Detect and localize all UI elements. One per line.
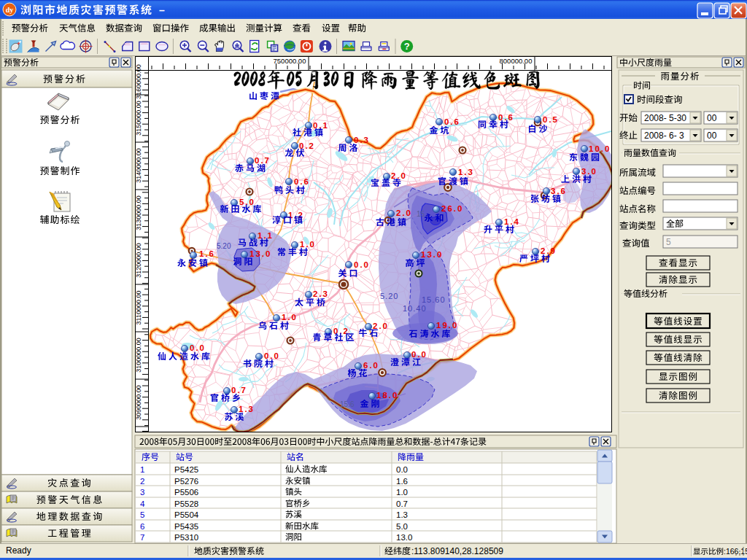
svg-text:5.0: 5.0 [396, 522, 408, 531]
svg-text:1.1: 1.1 [258, 231, 274, 240]
svg-text:2.0: 2.0 [373, 322, 389, 330]
svg-text:0.6: 0.6 [498, 113, 514, 122]
svg-text:2.9: 2.9 [541, 246, 557, 255]
svg-text:P5506: P5506 [174, 488, 198, 497]
svg-text:?: ? [404, 41, 410, 52]
svg-text:1.3: 1.3 [239, 405, 255, 413]
svg-text:1.0: 1.0 [396, 488, 408, 497]
svg-text:3140000.00: 3140000.00 [135, 148, 142, 183]
svg-text:5.0: 5.0 [239, 198, 255, 206]
svg-text:00: 00 [707, 113, 717, 123]
svg-text:15.6: 15.6 [340, 400, 355, 408]
svg-text:0.3: 0.3 [354, 136, 370, 144]
svg-text:dy: dy [6, 6, 14, 14]
svg-text:26.0: 26.0 [441, 204, 463, 213]
svg-text:2008- 6- 3: 2008- 6- 3 [644, 131, 684, 141]
svg-text:P5528: P5528 [174, 499, 198, 508]
svg-text:3100000.00: 3100000.00 [135, 338, 142, 373]
svg-text:P5435: P5435 [174, 522, 198, 531]
svg-text:800000.00: 800000.00 [500, 57, 533, 65]
svg-text:2: 2 [140, 477, 144, 486]
svg-text:0.0: 0.0 [190, 343, 206, 352]
svg-text:0.7: 0.7 [231, 386, 247, 394]
svg-text:4: 4 [140, 499, 145, 508]
svg-text:750000.00: 750000.00 [274, 57, 306, 65]
svg-text:6.0: 6.0 [363, 361, 379, 370]
svg-text:P5504: P5504 [174, 510, 199, 519]
svg-text:–: – [159, 4, 165, 16]
svg-text:5: 5 [140, 510, 144, 519]
svg-text:15.60: 15.60 [422, 295, 446, 304]
svg-text::113.809140,28.128509: :113.809140,28.128509 [411, 546, 503, 556]
svg-text:5: 5 [666, 237, 671, 247]
svg-text:2.3: 2.3 [313, 289, 329, 298]
svg-text:13.0: 13.0 [421, 250, 443, 259]
svg-text:3150000.00: 3150000.00 [135, 101, 142, 136]
svg-text:1.6: 1.6 [396, 477, 408, 486]
svg-text:P5276: P5276 [174, 477, 198, 486]
svg-text:2008- 5-30: 2008- 5-30 [644, 113, 686, 123]
svg-text:5.20: 5.20 [217, 242, 231, 250]
svg-text:15.: 15. [417, 210, 427, 218]
svg-text:Ready: Ready [6, 545, 31, 556]
svg-text:3160000.00: 3160000.00 [135, 64, 142, 99]
svg-text:6: 6 [140, 522, 144, 531]
svg-text:00: 00 [707, 131, 717, 141]
svg-text:13.0: 13.0 [396, 533, 412, 542]
svg-text:3.0: 3.0 [581, 167, 597, 176]
svg-text:P5310: P5310 [174, 533, 198, 542]
svg-text:0.0: 0.0 [264, 351, 280, 360]
svg-text:10.40: 10.40 [403, 304, 427, 313]
svg-text:0.5: 0.5 [543, 115, 559, 124]
svg-text:1: 1 [140, 465, 144, 474]
svg-text:7: 7 [140, 533, 144, 542]
svg-text:18.0: 18.0 [376, 391, 398, 400]
svg-text:1.3: 1.3 [458, 168, 474, 176]
svg-text:1.6: 1.6 [199, 249, 215, 258]
svg-text:0.7: 0.7 [396, 499, 408, 508]
svg-text:13.0: 13.0 [249, 249, 271, 258]
svg-text:0.7: 0.7 [255, 156, 271, 165]
svg-text:1.3: 1.3 [396, 510, 408, 519]
svg-text:3130000.00: 3130000.00 [135, 195, 142, 230]
svg-text:1.4: 1.4 [504, 217, 520, 226]
svg-text:10.0: 10.0 [589, 144, 611, 153]
svg-text:0.0: 0.0 [411, 350, 427, 359]
svg-text:1.0: 1.0 [300, 240, 316, 249]
svg-text:2.0: 2.0 [391, 171, 407, 180]
svg-text:3120000.00: 3120000.00 [135, 243, 142, 278]
svg-text:19.0: 19.0 [436, 321, 458, 330]
svg-text:0.0: 0.0 [354, 260, 370, 269]
svg-text:0.6: 0.6 [294, 177, 310, 186]
svg-text:P5425: P5425 [174, 465, 198, 474]
svg-text:5.20: 5.20 [380, 292, 398, 300]
svg-text:3110000.00: 3110000.00 [135, 291, 142, 325]
svg-text:3: 3 [140, 488, 144, 497]
svg-text:0.6: 0.6 [444, 117, 460, 126]
svg-text:3090000.00: 3090000.00 [135, 385, 142, 420]
svg-text:1.0: 1.0 [282, 313, 298, 322]
svg-text:2.0: 2.0 [396, 209, 412, 217]
svg-text:0.0: 0.0 [396, 465, 408, 474]
svg-text:3.6: 3.6 [551, 187, 567, 195]
